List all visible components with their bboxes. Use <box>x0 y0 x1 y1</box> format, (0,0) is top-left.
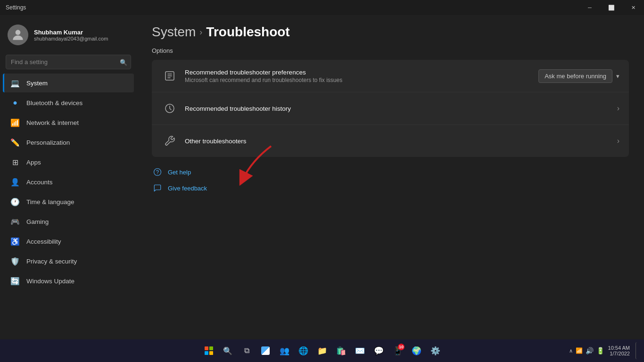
taskbar-clock[interactable]: 10:54 AM 1/7/2022 <box>608 345 630 356</box>
dropdown-chevron-icon: ▾ <box>616 73 619 80</box>
taskbar-center: 🔍 ⧉ 👥 🌐 📁 🛍️ ✉️ 💬 <box>200 342 444 359</box>
get-help-icon <box>152 166 163 178</box>
give-feedback-icon <box>152 182 163 194</box>
sidebar-item-bluetooth[interactable]: ● Bluetooth & devices <box>3 93 134 112</box>
recommended-history-row[interactable]: Recommended troubleshooter history › <box>152 92 629 125</box>
taskbar-taskview-button[interactable]: ⧉ <box>238 342 255 359</box>
sidebar-item-apps[interactable]: ⊞ Apps <box>3 153 134 172</box>
chevron-up-icon[interactable]: ∧ <box>569 348 573 354</box>
sidebar-item-accessibility[interactable]: ♿ Accessibility <box>3 232 134 251</box>
taskbar-chrome-button[interactable]: 🌍 <box>408 342 425 359</box>
sidebar-item-system[interactable]: 💻 System <box>3 74 134 92</box>
personalization-icon: ✏️ <box>10 138 20 147</box>
sidebar-item-network[interactable]: 📶 Network & internet <box>3 113 134 132</box>
sidebar-item-label: Apps <box>26 159 41 166</box>
taskbar-whatsapp-button[interactable]: 📱 10 <box>389 342 406 359</box>
search-box[interactable]: 🔍 <box>6 55 131 69</box>
recommended-prefs-row[interactable]: Recommended troubleshooter preferences M… <box>152 60 629 92</box>
maximize-button[interactable]: ⬜ <box>601 0 622 15</box>
whatsapp-badge: 10 <box>398 344 405 350</box>
apps-icon: ⊞ <box>10 157 20 167</box>
sidebar-item-label: System <box>26 80 48 87</box>
edge-icon: 🌐 <box>298 346 308 356</box>
taskbar-edge-button[interactable]: 🌐 <box>295 342 312 359</box>
recommended-prefs-dropdown[interactable]: Ask me before running <box>538 69 612 83</box>
taskbar-mail-button[interactable]: ✉️ <box>351 342 368 359</box>
taskbar-sys-icons: ∧ 📶 🔊 🔋 <box>569 347 604 354</box>
chevron-right-2-icon: › <box>617 137 619 145</box>
windows-logo-icon <box>205 346 213 355</box>
other-troubleshooters-action: › <box>617 137 619 145</box>
sidebar-item-privacy[interactable]: 🛡️ Privacy & security <box>3 252 134 271</box>
sidebar-item-gaming[interactable]: 🎮 Gaming <box>3 212 134 231</box>
sidebar: Shubham Kumar shubhamdayal2043@gmail.com… <box>0 15 137 343</box>
close-button[interactable]: ✕ <box>622 0 644 15</box>
store-icon: 🛍️ <box>336 346 346 356</box>
sidebar-item-accounts[interactable]: 👤 Accounts <box>3 173 134 191</box>
explorer-icon: 📁 <box>317 346 327 356</box>
other-troubleshooters-icon <box>161 132 178 149</box>
recommended-prefs-title: Recommended troubleshooter preferences <box>185 69 538 76</box>
main-content: System › Troubleshoot Options Recommende… <box>137 15 644 343</box>
sidebar-item-personalization[interactable]: ✏️ Personalization <box>3 133 134 152</box>
sidebar-item-label: Network & internet <box>26 119 79 126</box>
profile-info: Shubham Kumar shubhamdayal2043@gmail.com <box>34 29 108 41</box>
taskview-icon: ⧉ <box>244 346 249 355</box>
taskbar-search-button[interactable]: 🔍 <box>219 342 236 359</box>
search-input[interactable] <box>6 55 131 69</box>
recommended-history-icon <box>161 100 178 117</box>
recommended-prefs-icon <box>161 67 178 84</box>
other-troubleshooters-row[interactable]: Other troubleshooters › <box>152 125 629 157</box>
sidebar-item-label: Bluetooth & devices <box>26 99 83 107</box>
time-icon: 🕐 <box>10 197 20 206</box>
accounts-icon: 👤 <box>10 177 20 187</box>
recommended-prefs-action: Ask me before running ▾ <box>538 69 619 83</box>
taskbar-teams-button[interactable]: 👥 <box>276 342 293 359</box>
profile-section[interactable]: Shubham Kumar shubhamdayal2043@gmail.com <box>0 19 137 53</box>
profile-email: shubhamdayal2043@gmail.com <box>34 36 108 41</box>
network-icon: 📶 <box>10 118 20 127</box>
svg-point-4 <box>157 173 158 174</box>
bluetooth-icon: ● <box>10 98 20 107</box>
start-button[interactable] <box>200 342 217 359</box>
taskbar: 🔍 ⧉ 👥 🌐 📁 🛍️ ✉️ 💬 <box>0 339 644 362</box>
get-help-label[interactable]: Get help <box>168 169 191 176</box>
sidebar-item-windows-update[interactable]: 🔄 Windows Update <box>3 272 134 290</box>
avatar <box>8 25 28 45</box>
settings-icon: ⚙️ <box>430 346 440 356</box>
give-feedback-link[interactable]: Give feedback <box>152 182 629 194</box>
battery-icon[interactable]: 🔋 <box>596 347 604 354</box>
mail-icon: ✉️ <box>355 346 365 356</box>
titlebar-controls: ─ ⬜ ✕ <box>579 0 644 15</box>
get-help-link[interactable]: Get help <box>152 166 629 178</box>
options-card: Recommended troubleshooter preferences M… <box>152 60 629 157</box>
skype-icon: 💬 <box>374 346 384 356</box>
user-icon <box>10 27 25 42</box>
taskbar-search-icon: 🔍 <box>223 346 232 355</box>
taskbar-widgets-button[interactable] <box>257 342 274 359</box>
breadcrumb: System › Troubleshoot <box>152 25 629 40</box>
windows-update-icon: 🔄 <box>10 276 20 286</box>
other-troubleshooters-text: Other troubleshooters <box>185 138 617 145</box>
minimize-button[interactable]: ─ <box>579 0 601 15</box>
titlebar: Settings ─ ⬜ ✕ <box>0 0 644 15</box>
sidebar-item-time[interactable]: 🕐 Time & language <box>3 192 134 211</box>
breadcrumb-parent[interactable]: System <box>152 25 196 40</box>
sidebar-item-label: Accounts <box>26 179 53 186</box>
taskbar-time-display: 10:54 AM <box>608 345 630 351</box>
taskbar-settings-button[interactable]: ⚙️ <box>427 342 444 359</box>
recommended-prefs-subtitle: Microsoft can recommend and run troubles… <box>185 77 538 83</box>
taskbar-store-button[interactable]: 🛍️ <box>332 342 349 359</box>
taskbar-skype-button[interactable]: 💬 <box>370 342 387 359</box>
sidebar-item-label: Personalization <box>26 139 70 146</box>
sidebar-item-label: Windows Update <box>26 278 74 285</box>
show-desktop-button[interactable] <box>636 342 638 359</box>
taskbar-explorer-button[interactable]: 📁 <box>314 342 330 359</box>
titlebar-title: Settings <box>6 4 26 11</box>
sidebar-item-label: Accessibility <box>26 238 61 245</box>
wifi-icon[interactable]: 📶 <box>576 347 583 354</box>
chevron-right-icon: › <box>617 104 619 113</box>
volume-icon[interactable]: 🔊 <box>586 347 594 354</box>
give-feedback-label[interactable]: Give feedback <box>168 185 207 192</box>
widgets-icon <box>261 346 270 355</box>
